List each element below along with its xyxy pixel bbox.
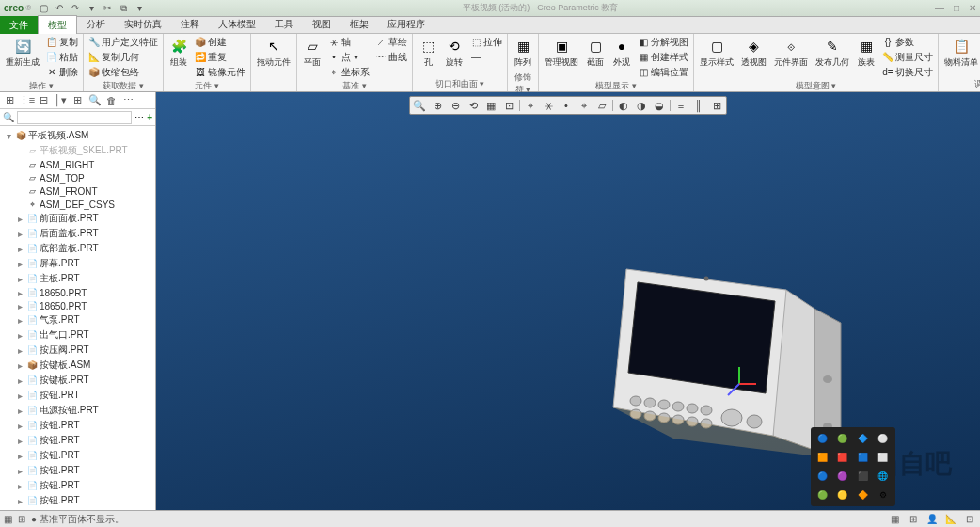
ribbon-tab[interactable]: 注释 bbox=[171, 15, 209, 35]
ribbon-tab[interactable]: 人体模型 bbox=[209, 15, 265, 35]
ribbon-button[interactable]: ▱平面 bbox=[300, 35, 324, 71]
tree-node[interactable]: ⌖ASM_DEF_CSYS bbox=[2, 198, 153, 211]
ribbon-small-button[interactable]: 🔧用户定义特征 bbox=[87, 35, 160, 49]
ribbon-small-button[interactable]: 📏测量尺寸 bbox=[880, 50, 935, 64]
status-icon[interactable]: ▦ bbox=[4, 514, 12, 524]
close-button[interactable]: ✕ bbox=[969, 3, 976, 13]
tray-icon[interactable]: 🌐 bbox=[876, 469, 891, 484]
ribbon-button[interactable]: ↖拖动元件 bbox=[254, 35, 293, 71]
view-tool[interactable]: ▱ bbox=[593, 98, 610, 113]
ribbon-button[interactable]: ▣管理视图 bbox=[542, 35, 581, 71]
tray-icon[interactable]: 🟣 bbox=[835, 469, 850, 484]
ribbon-small-button[interactable]: 〰曲线 bbox=[373, 50, 409, 64]
file-tab[interactable]: 文件 bbox=[0, 16, 38, 35]
qat-button-3[interactable]: ▾ bbox=[85, 2, 98, 15]
expand-icon[interactable]: ▸ bbox=[15, 375, 24, 386]
ribbon-tab[interactable]: 模型 bbox=[38, 15, 77, 35]
status-button[interactable]: ⊡ bbox=[963, 513, 976, 526]
ribbon-small-button[interactable]: ✕删除 bbox=[44, 65, 80, 79]
tree-tool-3[interactable]: │▾ bbox=[54, 93, 68, 107]
expand-icon[interactable]: ▸ bbox=[15, 421, 24, 431]
status-button[interactable]: ⊞ bbox=[907, 513, 920, 526]
filter-input[interactable] bbox=[17, 111, 132, 124]
tree-tool-4[interactable]: ⊞ bbox=[71, 93, 85, 107]
ribbon-small-button[interactable]: d=切换尺寸 bbox=[880, 65, 935, 79]
ribbon-small-button[interactable]: ⬚拉伸 bbox=[468, 35, 504, 49]
tray-icon[interactable]: 🟧 bbox=[814, 450, 830, 465]
minimize-button[interactable]: — bbox=[935, 3, 944, 13]
expand-icon[interactable]: ▸ bbox=[15, 315, 24, 326]
tree-node[interactable]: ▸📄18650.PRT bbox=[2, 286, 153, 299]
qat-button-0[interactable]: ▢ bbox=[37, 2, 50, 15]
tree-node[interactable]: ▸📄按钮.PRT bbox=[2, 478, 153, 493]
qat-button-4[interactable]: ✂ bbox=[101, 2, 114, 15]
expand-icon[interactable]: ▸ bbox=[15, 451, 24, 461]
ribbon-button[interactable]: ✎发布几何 bbox=[813, 35, 852, 71]
ribbon-button[interactable]: ▢截面 bbox=[583, 35, 608, 71]
filter-icon[interactable]: 🔍 bbox=[3, 112, 14, 122]
expand-icon[interactable]: ▸ bbox=[15, 436, 24, 446]
tree-node[interactable]: ▾📦平板视频.ASM bbox=[2, 128, 153, 143]
ribbon-small-button[interactable]: ◧分解视图 bbox=[636, 35, 690, 49]
ribbon-tab[interactable]: 框架 bbox=[340, 15, 378, 35]
tray-icon[interactable]: 🔵 bbox=[814, 469, 830, 484]
ribbon-small-button[interactable]: {}参数 bbox=[880, 35, 935, 49]
ribbon-small-button[interactable]: ⟋草绘 bbox=[373, 35, 409, 49]
expand-icon[interactable]: ▸ bbox=[15, 274, 24, 284]
view-tool[interactable]: ◐ bbox=[615, 98, 632, 113]
expand-icon[interactable]: ▾ bbox=[4, 131, 13, 141]
view-tool[interactable]: ⊖ bbox=[447, 98, 464, 113]
tree-node[interactable]: ▸📄出气口.PRT bbox=[2, 327, 153, 343]
tray-icon[interactable]: ⚙ bbox=[876, 487, 891, 503]
qat-button-2[interactable]: ↷ bbox=[69, 2, 82, 15]
view-tool[interactable]: • bbox=[558, 98, 575, 113]
expand-icon[interactable]: ▸ bbox=[15, 466, 24, 476]
expand-icon[interactable]: ▸ bbox=[15, 229, 24, 239]
tray-icon[interactable]: 🟢 bbox=[835, 431, 850, 446]
view-tool[interactable]: ▦ bbox=[482, 98, 499, 113]
ribbon-small-button[interactable]: ⌖坐标系 bbox=[326, 65, 371, 79]
view-tool[interactable]: ≡ bbox=[672, 98, 689, 113]
ribbon-small-button[interactable]: 📄粘贴 bbox=[44, 50, 80, 64]
tree-node[interactable]: ▱ASM_RIGHT bbox=[2, 158, 153, 171]
ribbon-small-button[interactable]: ▦创建样式 bbox=[636, 50, 690, 64]
status-button[interactable]: ▦ bbox=[888, 513, 901, 526]
ribbon-tab[interactable]: 视图 bbox=[303, 15, 340, 35]
expand-icon[interactable]: ▸ bbox=[15, 391, 24, 401]
ribbon-small-button[interactable]: ⚹轴 bbox=[326, 35, 371, 49]
ribbon-small-button[interactable]: •点 ▾ bbox=[326, 50, 371, 64]
tree-node[interactable]: ▱ASM_FRONT bbox=[2, 184, 153, 198]
filter-more-icon[interactable]: ⋯ bbox=[134, 112, 144, 122]
ribbon-button[interactable]: ▦阵列 bbox=[511, 35, 535, 71]
expand-icon[interactable]: ▸ bbox=[15, 244, 24, 254]
expand-icon[interactable]: ▸ bbox=[15, 345, 24, 356]
tray-icon[interactable]: 🟥 bbox=[835, 450, 850, 465]
tray-icon[interactable]: 🔷 bbox=[855, 431, 870, 446]
system-tray-popup[interactable]: 🔵🟢🔷⚪🟧🟥🟦⬜🔵🟣⬛🌐🟢🟡🔶⚙ bbox=[811, 427, 895, 506]
expand-icon[interactable]: ▸ bbox=[15, 301, 24, 311]
expand-icon[interactable]: ▸ bbox=[15, 496, 24, 506]
expand-icon[interactable]: ▸ bbox=[15, 214, 24, 224]
qat-button-5[interactable]: ⧉ bbox=[117, 2, 130, 15]
view-tool[interactable]: ⊕ bbox=[429, 98, 446, 113]
ribbon-button[interactable]: ▦族表 bbox=[854, 35, 878, 71]
tree-tool-6[interactable]: 🗑 bbox=[104, 93, 119, 107]
ribbon-tab[interactable]: 实时仿真 bbox=[115, 15, 171, 35]
tray-icon[interactable]: 🔶 bbox=[855, 487, 870, 503]
ribbon-small-button[interactable]: 📦收缩包络 bbox=[87, 65, 160, 79]
tray-icon[interactable]: ⚪ bbox=[876, 431, 891, 446]
ribbon-button[interactable]: ●外观 bbox=[609, 35, 634, 71]
tree-node[interactable]: ▸📄电源按钮.PRT bbox=[2, 403, 153, 418]
ribbon-small-button[interactable]: ◫编辑位置 bbox=[636, 65, 690, 79]
status-button[interactable]: 👤 bbox=[925, 513, 939, 526]
view-tool[interactable]: ⌖ bbox=[522, 98, 539, 113]
model-tree[interactable]: ▾📦平板视频.ASM▱平板视频_SKEL.PRT▱ASM_RIGHT▱ASM_T… bbox=[0, 126, 155, 510]
ribbon-small-button[interactable]: 📋复制 bbox=[44, 35, 80, 49]
expand-icon[interactable]: ▸ bbox=[15, 259, 24, 269]
tree-node[interactable]: ▸📄气泵.PRT bbox=[2, 312, 153, 327]
tray-icon[interactable]: ⬜ bbox=[876, 450, 891, 465]
tree-node[interactable]: ▸📄后面盖板.PRT bbox=[2, 226, 153, 241]
ribbon-small-button[interactable]: — bbox=[468, 50, 504, 64]
ribbon-button[interactable]: ⬚孔 bbox=[416, 35, 440, 71]
view-tool[interactable]: ║ bbox=[690, 98, 707, 113]
